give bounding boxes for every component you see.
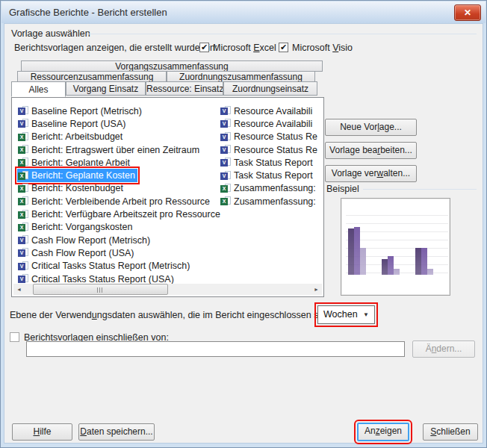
visio-file-icon: V [220, 106, 231, 116]
dialog-body: Vorlage auswählen Berichtsvorlagen anzei… [4, 23, 483, 444]
visio-file-icon: V [18, 235, 28, 245]
example-preview-chart [341, 198, 450, 296]
list-item[interactable]: V Task Status Report [220, 156, 315, 169]
title-bar: Grafische Berichte - Bericht erstellen ✕ [1, 1, 486, 23]
visio-file-icon: V [220, 145, 231, 155]
visio-file-icon: V [18, 274, 28, 284]
template-list-left-column: V Baseline Report (Metrisch) V Baseline … [17, 105, 216, 285]
visio-checkbox-label: Microsoft Visio [292, 43, 353, 53]
list-item[interactable]: X Bericht: Kostenbudget [17, 182, 125, 195]
template-list: V Baseline Report (Metrisch) V Baseline … [11, 97, 324, 297]
change-button[interactable]: Ändern... [412, 340, 475, 358]
list-item[interactable]: X Bericht: Verbleibende Arbeit pro Resso… [17, 195, 212, 208]
list-item[interactable]: V Resource Availabili [220, 105, 314, 117]
save-data-button[interactable]: Daten speichern... [78, 423, 155, 441]
bar-group [382, 256, 400, 275]
excel-file-icon: X [18, 158, 28, 167]
bar [415, 248, 421, 275]
show-button[interactable]: Anzeigen [357, 423, 409, 441]
scroll-left-icon[interactable]: ◄ [13, 284, 25, 295]
list-item[interactable]: V Cash Flow Report (USA) [17, 246, 137, 259]
help-button[interactable]: Hilfe [12, 423, 72, 441]
report-tabs: Vorgangszusammenfassung Ressourcenzusamm… [11, 60, 324, 96]
excel-file-icon: X [18, 223, 28, 232]
excel-file-icon: X [220, 184, 231, 193]
bar [388, 256, 394, 275]
list-item[interactable]: X Bericht: Geplante Kosten [17, 169, 137, 181]
list-item[interactable]: V Resource Availabili [220, 117, 314, 130]
tab-zuordnungszusammenfassung[interactable]: Zuordnungszusammenfassung [167, 71, 315, 82]
list-item[interactable]: V Resource Status Re [220, 143, 320, 156]
visio-file-icon: V [220, 158, 231, 167]
bar-group [415, 248, 433, 275]
scrollbar-grip [97, 287, 105, 293]
tab-ressource-einsatz[interactable]: Ressource: Einsatz [146, 81, 223, 96]
visio-file-icon: V [220, 132, 231, 142]
excel-file-icon: X [18, 171, 28, 181]
usage-level-label: Ebene der Verwendungsdaten auswählen, di… [10, 310, 361, 320]
list-item[interactable]: V Baseline Report (USA) [17, 117, 128, 130]
usage-level-dropdown[interactable]: Wochen ▼ [317, 305, 375, 324]
filter-label: Berichtsvorlagen anzeigen, die erstellt … [14, 43, 217, 53]
excel-file-icon: X [18, 210, 28, 220]
excel-file-icon: X [18, 145, 28, 155]
list-item[interactable]: X Zusammenfassung: [220, 195, 318, 208]
close-icon: ✕ [464, 7, 471, 18]
visio-checkbox[interactable]: ✔ [279, 43, 288, 52]
visio-file-icon: V [18, 119, 28, 128]
list-item[interactable]: V Baseline Report (Metrisch) [17, 105, 144, 117]
bar [427, 269, 433, 275]
tab-zuordnungseinsatz[interactable]: Zuordnungseinsatz [223, 81, 317, 96]
visio-file-icon: V [18, 261, 28, 271]
close-button[interactable]: ✕ [454, 4, 481, 21]
usage-level-value: Wochen [323, 309, 358, 320]
excel-checkbox[interactable]: ✔ [199, 43, 209, 52]
tab-vorgangszusammenfassung[interactable]: Vorgangszusammenfassung [21, 60, 323, 72]
tab-ressourcenzusammenfassung[interactable]: Ressourcenzusammenfassung [17, 71, 167, 82]
dialog-window: Grafische Berichte - Bericht erstellen ✕… [0, 0, 487, 448]
visio-file-icon: V [220, 171, 231, 181]
include-path-input[interactable] [26, 341, 405, 357]
list-item[interactable]: X Bericht: Vorgangskosten [17, 221, 135, 234]
group-divider [87, 34, 477, 34]
manage-template-button[interactable]: Vorlage verwalten... [325, 165, 417, 182]
dialog-title: Grafische Berichte - Bericht erstellen [9, 7, 167, 18]
scroll-right-icon[interactable]: ► [311, 284, 322, 295]
close-dialog-button[interactable]: Schließen [423, 423, 478, 441]
scrollbar-thumb[interactable] [33, 284, 168, 295]
group-title: Vorlage auswählen [11, 28, 90, 39]
list-item[interactable]: X Bericht: Verfügbare Arbeitszeit pro Re… [17, 208, 216, 220]
bar [348, 228, 354, 275]
new-template-button[interactable]: Neue Vorlage... [325, 119, 417, 136]
visio-file-icon: V [18, 106, 28, 116]
bar [421, 248, 427, 275]
bar-group [348, 227, 366, 275]
list-item[interactable]: X Zusammenfassung: [220, 182, 318, 195]
include-templates-checkbox[interactable] [10, 332, 19, 342]
template-list-right-column: V Resource Availabili V Resource Availab… [220, 105, 321, 208]
chart-plot-area [348, 227, 447, 275]
list-item[interactable]: V Task Status Report [220, 169, 315, 181]
visio-file-icon: V [220, 119, 231, 128]
list-item[interactable]: V Resource Status Re [220, 131, 320, 143]
visio-file-icon: V [18, 248, 28, 258]
bar [394, 269, 400, 275]
list-item[interactable]: X Bericht: Ertragswert über einen Zeitra… [17, 143, 202, 156]
excel-checkbox-label: Microsoft Excel [213, 43, 276, 53]
horizontal-scrollbar[interactable]: ◄ ► [13, 284, 322, 295]
example-label: Beispiel [326, 184, 359, 194]
excel-file-icon: X [18, 184, 28, 193]
excel-file-icon: X [18, 196, 28, 206]
list-item[interactable]: V Critical Tasks Status Report (Metrisch… [17, 260, 192, 273]
checkmark-icon: ✔ [201, 43, 208, 52]
tab-vorgang-einsatz[interactable]: Vorgang Einsatz [66, 81, 146, 96]
list-item[interactable]: V Cash Flow Report (Metrisch) [17, 234, 152, 246]
bar [382, 259, 388, 275]
excel-file-icon: X [18, 132, 28, 142]
chevron-down-icon: ▼ [363, 306, 369, 324]
list-item[interactable]: X Bericht: Arbeitsbudget [17, 131, 125, 143]
bar [354, 227, 360, 275]
list-item[interactable]: X Bericht: Geplante Arbeit [17, 156, 132, 169]
edit-template-button[interactable]: Vorlage bearbeiten... [325, 142, 417, 159]
tab-alles[interactable]: Alles [11, 81, 66, 97]
